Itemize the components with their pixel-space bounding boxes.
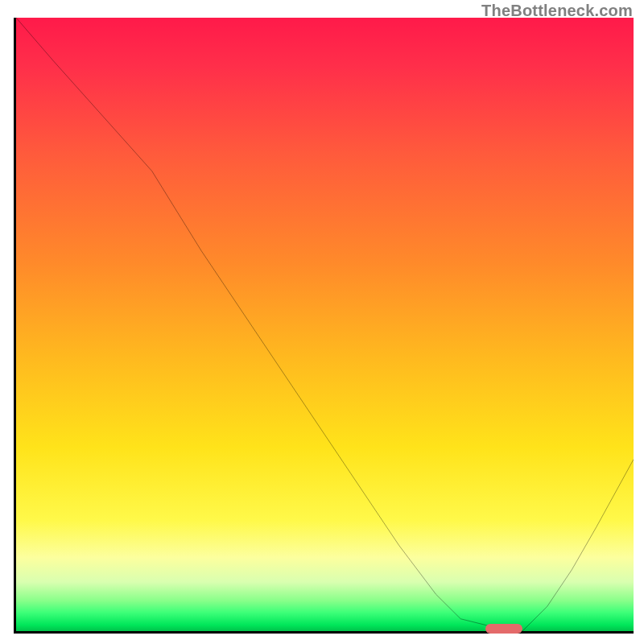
optimal-range-marker [485, 624, 522, 634]
gradient-background [16, 18, 634, 631]
bottleneck-chart: TheBottleneck.com [0, 0, 644, 644]
plot-area [14, 18, 634, 634]
